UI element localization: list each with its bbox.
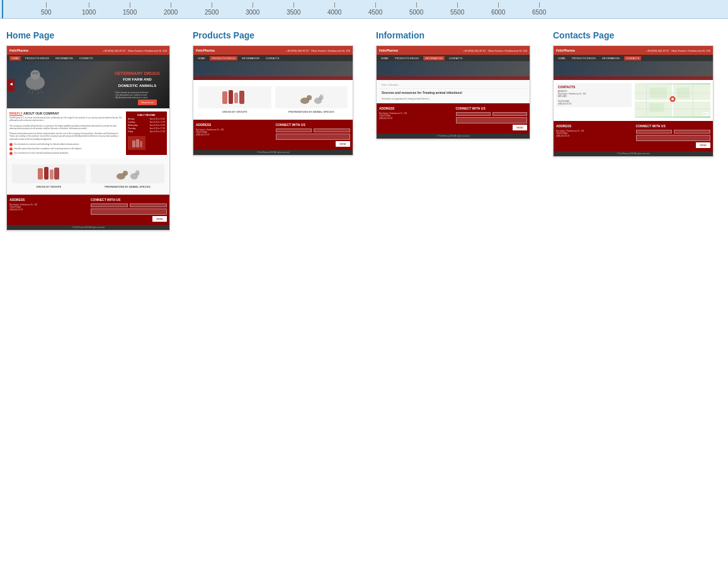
products-address-text: Big Vasylyi • Kashtanova St., 104 TELEPH…	[196, 129, 271, 137]
products-nav-info[interactable]: INFORMATION	[240, 56, 261, 60]
home-nav-info[interactable]: INFORMATION	[54, 56, 75, 60]
home-hero-arrow[interactable]	[7, 79, 14, 91]
home-nav-products[interactable]: PRODUCTS DRUGS	[23, 56, 51, 60]
svg-rect-39	[676, 88, 689, 98]
contacts-lastname-input[interactable]	[674, 130, 710, 134]
contacts-header-info: +38 (000) 462-87-87 Silvia Tsarina • Kas…	[646, 49, 710, 52]
home-product-label-2: PREPARATIONS BY ANIMAL SPECIES	[91, 185, 164, 188]
contacts-content: CONTACTS ADDRESS Big Vasylyi • Kashtanov…	[554, 80, 713, 121]
contacts-header: FelixPharma +38 (000) 462-87-87 Silvia T…	[554, 46, 713, 55]
info-breadcrumb: Home > Information	[379, 82, 527, 89]
home-nav-contacts[interactable]: CONTACTS	[77, 56, 95, 60]
ruler-mark-4500: 4500	[368, 3, 382, 16]
info-footer: © FelixPharma 2023 All rights reserved	[377, 134, 530, 139]
contacts-send-btn[interactable]: SEND	[696, 142, 710, 148]
contacts-nav-home[interactable]: HOME	[556, 56, 567, 60]
home-hero: VETERINARY DRUGS FOR FARM AND DOMESTIC A…	[7, 61, 169, 108]
products-nav-home[interactable]: HOME	[196, 56, 207, 60]
info-contact-section: ADDRESS Big Vasylyi • Kashtanova St., 10…	[377, 103, 530, 134]
info-message-input[interactable]	[456, 117, 528, 123]
home-schedule: DAILY REGIME Monday 8am-8:00 to 13:00 Tu…	[126, 111, 167, 155]
svg-marker-29	[320, 94, 321, 96]
info-send-btn[interactable]: SEND	[513, 125, 527, 130]
products-firstname-input[interactable]	[276, 129, 312, 132]
svg-point-16	[123, 171, 128, 176]
contacts-contact-section: ADDRESS Big Vasylyi • Kashtanova St., 10…	[554, 121, 713, 151]
home-about-left: BRIEFLY ABOUT OUR COMPANY FelixPharma LL…	[9, 111, 123, 155]
ruler-mark-2500: 2500	[205, 3, 219, 16]
svg-rect-14	[54, 168, 59, 180]
info-heading: Sources and resources for Treating anima…	[379, 89, 527, 96]
ruler: 500 1000 1500 2000 2500 3000 3500 4000 4…	[0, 0, 728, 19]
ruler-mark-5000: 5000	[409, 3, 423, 16]
products-address-title: ADDRESS	[196, 123, 271, 127]
home-hero-btn[interactable]: Read more	[138, 100, 157, 105]
home-send-btn[interactable]: SEND	[152, 216, 167, 222]
contacts-nav-products[interactable]: PRODUCTS DRUGS	[570, 56, 598, 60]
svg-line-4	[28, 88, 30, 93]
bottles-icon	[35, 165, 63, 183]
contacts-panel-tel: (068) 462-87-87	[558, 103, 630, 105]
products-message-input[interactable]	[276, 134, 351, 140]
contacts-page-title: Contacts Page	[553, 30, 714, 40]
ruler-mark-500: 500	[41, 3, 52, 16]
home-firstname-input[interactable]	[91, 203, 128, 207]
home-products-section: DRUGS BY GROUPS	[7, 158, 169, 195]
contacts-contact-left: ADDRESS Big Vasylyi • Kashtanova St., 10…	[556, 124, 631, 148]
contacts-nav-contacts[interactable]: CONTACTS	[624, 56, 642, 60]
products-send-btn[interactable]: SEND	[336, 141, 350, 147]
ruler-mark-6000: 6000	[491, 3, 505, 16]
contacts-banner-overlay	[554, 76, 713, 80]
info-banner	[377, 61, 530, 80]
svg-marker-20	[138, 169, 139, 171]
products-lastname-input[interactable]	[314, 129, 350, 132]
home-products: DRUGS BY GROUPS	[9, 161, 167, 191]
contacts-firstname-input[interactable]	[636, 130, 673, 134]
contacts-banner	[554, 61, 713, 80]
home-connect-title: CONNECT WITH US	[91, 198, 167, 202]
home-about-title: BRIEFLY ABOUT OUR COMPANY	[9, 111, 123, 115]
products-contact-section: ADDRESS Big Vasylyi • Kashtanova St., 10…	[193, 120, 353, 150]
contacts-nav-info[interactable]: INFORMATION	[600, 56, 622, 60]
home-thumbnail: FelixPharma +38 (000) 462-87-87 Silvia T…	[6, 45, 170, 231]
home-icon-1	[9, 143, 13, 146]
home-schedule-friday: Friday 8am-9:00 to 17:00	[128, 130, 165, 133]
svg-point-2	[32, 72, 35, 74]
map-zoom-controls[interactable]: + −	[703, 112, 708, 116]
home-schedule-title: DAILY REGIME	[128, 113, 165, 117]
home-address-text: Big Vasylyi • Kashtanova St., 104 TELEPH…	[9, 203, 86, 212]
products-nav: HOME PRODUCTS DRUGS INFORMATION CONTACTS	[193, 55, 353, 61]
info-footer-text: © FelixPharma 2023 All rights reserved	[436, 135, 469, 137]
info-nav-home[interactable]: HOME	[379, 56, 390, 60]
products-col-2: PREPARATIONS BY ANIMAL SPECIES	[275, 86, 348, 113]
info-contact-right: CONNECT WITH US SEND	[456, 106, 528, 130]
products-header: FelixPharma +38 (000) 462-87-87 Silvia T…	[193, 46, 353, 55]
home-lastname-input[interactable]	[130, 203, 167, 207]
contacts-message-input[interactable]	[636, 135, 711, 141]
home-contact-right: CONNECT WITH US SEND	[91, 198, 167, 222]
contacts-nav: HOME PRODUCTS DRUGS INFORMATION CONTACTS	[554, 55, 713, 61]
contacts-map: + −	[635, 83, 710, 118]
info-nav-contacts[interactable]: CONTACTS	[447, 56, 465, 60]
ruler-mark-3000: 3000	[246, 3, 259, 16]
contacts-footer-text: © FelixPharma 2023 All rights reserved	[617, 152, 649, 155]
contacts-page-section: Contacts Page FelixPharma +38 (000) 462-…	[553, 30, 714, 231]
home-message-input[interactable]	[91, 209, 167, 215]
products-header-info: +38 (000) 462-87-87 Silvia Tsarina • Kas…	[286, 49, 350, 52]
info-nav-products[interactable]: PRODUCTS DRUGS	[393, 56, 421, 60]
svg-line-6	[37, 89, 38, 94]
info-firstname-input[interactable]	[456, 112, 491, 116]
products-nav-products[interactable]: PRODUCTS DRUGS	[210, 56, 237, 60]
home-schedule-monday: Monday 8am-8:00 to 13:00	[128, 118, 165, 120]
info-nav: HOME PRODUCTS DRUGS INFORMATION CONTACTS	[377, 55, 530, 61]
products-grid-section: DRUGS BY GROUPS	[193, 80, 353, 120]
home-contact-section: ADDRESS Big Vasylyi • Kashtanova St., 10…	[7, 195, 169, 225]
info-nav-info[interactable]: INFORMATION	[423, 56, 445, 60]
svg-marker-30	[322, 94, 323, 96]
info-lastname-input[interactable]	[492, 112, 527, 116]
products-col-label-1: DRUGS BY GROUPS	[198, 110, 271, 113]
products-banner-overlay	[193, 76, 353, 80]
home-nav-home[interactable]: HOME	[9, 56, 21, 60]
products-nav-contacts[interactable]: CONTACTS	[264, 56, 282, 60]
info-content-text: Information on preparations for treating…	[379, 96, 527, 101]
